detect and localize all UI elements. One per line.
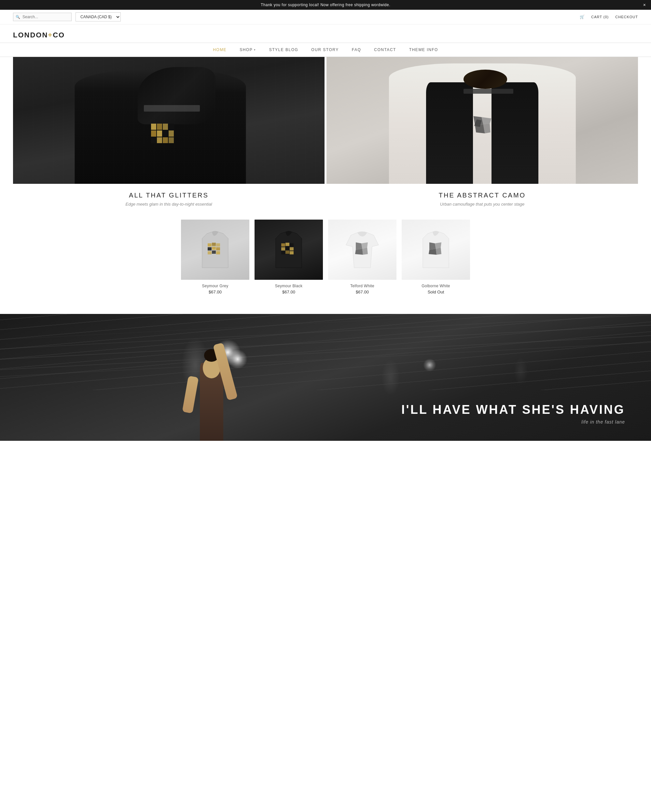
products-section: Seymour Grey $67.00 Seymour Black $67.00: [0, 213, 651, 307]
top-bar: 🔍 CANADA (CAD $) 🛒 CART (0) CHECKOUT: [0, 10, 651, 24]
product-price-golborne-white: Sold Out: [428, 290, 444, 295]
shirt-svg-grey: [197, 229, 233, 271]
cart-link[interactable]: CART (0): [591, 15, 609, 19]
hero-image-right: [327, 57, 638, 184]
product-price-seymour-black: $67.00: [282, 290, 295, 295]
announcement-text: Thank you for supporting local! Now offe…: [261, 3, 390, 7]
product-image-seymour-black: [255, 220, 323, 280]
logo[interactable]: LONDON+CO: [13, 31, 638, 40]
announcement-close-button[interactable]: ×: [643, 3, 646, 7]
search-input[interactable]: [13, 13, 72, 21]
nav-item-style-blog[interactable]: STYLE BLOG: [263, 43, 305, 56]
logo-separator: +: [48, 31, 53, 39]
main-nav: HOME SHOP ▾ STYLE BLOG OUR STORY FAQ CON…: [0, 43, 651, 57]
product-card-seymour-black[interactable]: Seymour Black $67.00: [255, 220, 323, 295]
banner-subtitle: life in the fast lane: [581, 419, 625, 424]
svg-rect-17: [281, 247, 285, 250]
svg-rect-12: [212, 250, 216, 254]
svg-rect-19: [290, 247, 293, 250]
logo-part2: CO: [53, 31, 65, 39]
product-card-golborne-white[interactable]: Golborne White Sold Out: [402, 220, 470, 295]
product-card-telford-white[interactable]: Telford White $67.00: [328, 220, 396, 295]
nav-item-shop[interactable]: SHOP ▾: [233, 43, 263, 56]
svg-rect-5: [208, 243, 212, 247]
nav-item-contact[interactable]: CONTACT: [367, 43, 403, 56]
svg-rect-10: [216, 247, 220, 250]
product-price-seymour-grey: $67.00: [209, 290, 222, 295]
svg-rect-16: [290, 243, 293, 247]
chevron-down-icon: ▾: [254, 48, 256, 51]
product-price-telford-white: $67.00: [356, 290, 369, 295]
svg-rect-11: [208, 251, 212, 254]
hero-left-subtitle: Edge meets glam in this day-to-night ess…: [126, 202, 212, 207]
svg-rect-13: [216, 251, 220, 254]
svg-marker-23: [356, 243, 362, 250]
checkout-link[interactable]: CHECKOUT: [615, 15, 638, 19]
svg-rect-18: [286, 247, 289, 250]
svg-rect-8: [208, 247, 212, 250]
svg-rect-9: [212, 247, 216, 250]
logo-part1: LONDON: [13, 31, 48, 39]
hero-right: THE ABSTRACT CAMO Urban camouflage that …: [327, 57, 638, 213]
shirt-svg-telford: [344, 229, 380, 271]
hero-right-subtitle: Urban camouflage that puts you center st…: [440, 202, 524, 207]
shirt-svg-black: [271, 229, 307, 271]
svg-rect-22: [290, 251, 293, 254]
nav-item-faq[interactable]: FAQ: [345, 43, 368, 56]
hero-left-title: ALL THAT GLITTERS: [129, 192, 209, 199]
light-blob-secondary: [423, 359, 436, 371]
svg-rect-20: [281, 251, 285, 254]
hero-section: ALL THAT GLITTERS Edge meets glam in thi…: [13, 57, 638, 213]
cart-checkout-area: 🛒 CART (0) CHECKOUT: [580, 15, 638, 19]
product-card-seymour-grey[interactable]: Seymour Grey $67.00: [181, 220, 249, 295]
nav-item-our-story[interactable]: OUR STORY: [305, 43, 345, 56]
currency-selector[interactable]: CANADA (CAD $): [75, 12, 121, 21]
banner-figure: [182, 337, 241, 441]
svg-rect-7: [216, 243, 220, 247]
product-name-golborne-white: Golborne White: [422, 284, 450, 288]
product-image-seymour-grey: [181, 220, 249, 280]
product-image-telford-white: [328, 220, 396, 280]
svg-marker-27: [429, 243, 436, 250]
hero-left: ALL THAT GLITTERS Edge meets glam in thi…: [13, 57, 324, 213]
search-wrapper: 🔍: [13, 13, 72, 21]
nav-item-home[interactable]: HOME: [206, 43, 233, 56]
nav-item-theme-info[interactable]: THEME INFO: [403, 43, 445, 56]
svg-rect-6: [212, 243, 216, 246]
banner-section: I'LL HAVE WHAT SHE'S HAVING life in the …: [0, 314, 651, 441]
shirt-svg-golborne: [418, 229, 454, 271]
cart-icon: 🛒: [580, 15, 585, 19]
search-icon: 🔍: [15, 15, 20, 19]
product-name-telford-white: Telford White: [350, 284, 374, 288]
banner-title: I'LL HAVE WHAT SHE'S HAVING: [401, 403, 625, 417]
product-name-seymour-black: Seymour Black: [275, 284, 303, 288]
hero-image-left: [13, 57, 324, 184]
svg-rect-14: [281, 243, 285, 247]
product-image-golborne-white: [402, 220, 470, 280]
svg-marker-1: [481, 117, 491, 124]
product-name-seymour-grey: Seymour Grey: [202, 284, 229, 288]
announcement-bar: Thank you for supporting local! Now offe…: [0, 0, 651, 10]
hero-right-title: THE ABSTRACT CAMO: [439, 192, 526, 199]
logo-area: LONDON+CO: [0, 24, 651, 43]
svg-rect-21: [286, 250, 289, 254]
svg-rect-15: [286, 243, 289, 246]
top-bar-left: 🔍 CANADA (CAD $): [13, 12, 121, 21]
